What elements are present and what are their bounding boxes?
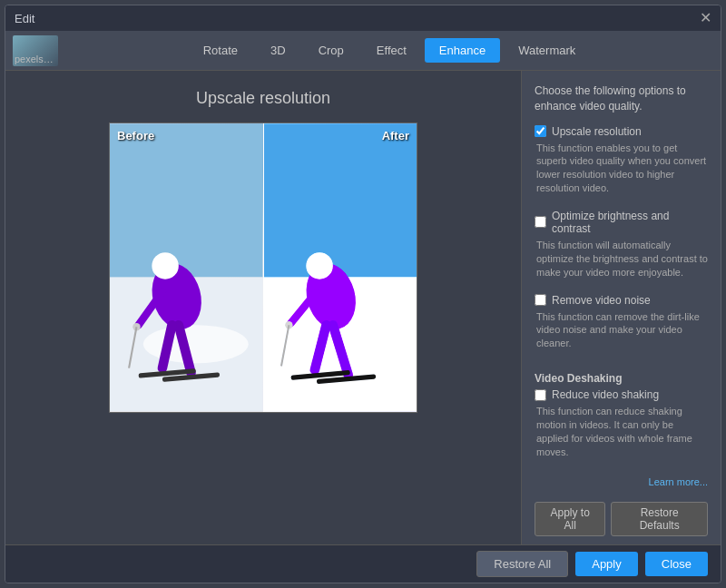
brightness-row: Optimize brightness and contrast bbox=[535, 210, 708, 235]
noise-row: Remove video noise bbox=[535, 294, 708, 307]
svg-point-16 bbox=[306, 252, 332, 279]
svg-rect-0 bbox=[110, 124, 263, 278]
right-panel: Choose the following options to enhance … bbox=[521, 71, 721, 544]
deshaking-section-label: Video Deshaking bbox=[535, 372, 708, 385]
edit-window: Edit ✕ pexels-nang-... Rotate 3D Crop Ef… bbox=[5, 5, 721, 583]
deshaking-desc: This function can reduce shaking motion … bbox=[535, 405, 708, 458]
after-image bbox=[264, 123, 417, 412]
window-title: Edit bbox=[15, 12, 34, 25]
noise-desc: This function can remove the dirt-like v… bbox=[535, 310, 708, 351]
deshaking-label[interactable]: Reduce video shaking bbox=[552, 388, 659, 401]
brightness-desc: This function will automatically optimiz… bbox=[535, 239, 708, 279]
before-image bbox=[110, 123, 263, 412]
toolbar: pexels-nang-... Rotate 3D Crop Effect En… bbox=[5, 31, 721, 71]
brightness-label[interactable]: Optimize brightness and contrast bbox=[552, 210, 708, 235]
tab-effect[interactable]: Effect bbox=[362, 38, 421, 63]
main-preview-area: Upscale resolution Before bbox=[5, 71, 521, 544]
option-deshaking: Reduce video shaking This function can r… bbox=[535, 388, 708, 466]
thumbnail-label: pexels-nang-... bbox=[15, 54, 56, 64]
option-upscale: Upscale resolution This function enables… bbox=[535, 125, 708, 202]
preview-container: Before bbox=[109, 122, 417, 413]
upscale-checkbox[interactable] bbox=[535, 125, 546, 137]
tab-rotate[interactable]: Rotate bbox=[189, 38, 252, 63]
upscale-row: Upscale resolution bbox=[535, 125, 708, 138]
svg-point-2 bbox=[143, 325, 249, 363]
footer: Restore All Apply Close bbox=[5, 544, 721, 583]
option-brightness: Optimize brightness and contrast This fu… bbox=[535, 210, 708, 287]
preview-title: Upscale resolution bbox=[196, 89, 330, 108]
apply-to-all-button[interactable]: Apply to All bbox=[535, 502, 605, 536]
deshaking-row: Reduce video shaking bbox=[535, 388, 708, 401]
tab-group: Rotate 3D Crop Effect Enhance Watermark bbox=[65, 38, 713, 63]
svg-point-14 bbox=[292, 323, 407, 365]
before-label: Before bbox=[117, 129, 154, 142]
noise-label[interactable]: Remove video noise bbox=[552, 294, 651, 307]
upscale-desc: This function enables you to get superb … bbox=[535, 142, 708, 195]
apply-button[interactable]: Apply bbox=[575, 552, 638, 576]
skier-after-svg bbox=[264, 123, 417, 412]
tab-crop[interactable]: Crop bbox=[304, 38, 358, 63]
preview-after: After bbox=[264, 123, 417, 412]
content-area: Upscale resolution Before bbox=[5, 71, 721, 544]
preview-before: Before bbox=[110, 123, 264, 412]
window-close-button[interactable]: ✕ bbox=[700, 11, 711, 25]
panel-actions: Apply to All Restore Defaults bbox=[535, 495, 708, 536]
deshaking-checkbox[interactable] bbox=[535, 389, 546, 401]
tab-3d[interactable]: 3D bbox=[256, 38, 300, 63]
tab-watermark[interactable]: Watermark bbox=[504, 38, 590, 63]
upscale-label[interactable]: Upscale resolution bbox=[552, 125, 642, 138]
restore-all-button[interactable]: Restore All bbox=[476, 551, 568, 577]
video-thumbnail[interactable]: pexels-nang-... bbox=[13, 35, 58, 66]
title-bar: Edit ✕ bbox=[5, 5, 721, 31]
option-noise: Remove video noise This function can rem… bbox=[535, 294, 708, 358]
noise-checkbox[interactable] bbox=[535, 294, 546, 306]
skier-before-svg bbox=[110, 123, 263, 412]
panel-intro: Choose the following options to enhance … bbox=[535, 83, 708, 114]
tab-enhance[interactable]: Enhance bbox=[425, 38, 500, 63]
restore-defaults-button[interactable]: Restore Defaults bbox=[611, 502, 708, 536]
close-button[interactable]: Close bbox=[645, 552, 708, 576]
learn-more-link[interactable]: Learn more... bbox=[535, 476, 708, 487]
brightness-checkbox[interactable] bbox=[535, 216, 546, 228]
after-label: After bbox=[382, 129, 409, 142]
svg-rect-12 bbox=[264, 124, 417, 278]
svg-point-4 bbox=[152, 252, 178, 279]
